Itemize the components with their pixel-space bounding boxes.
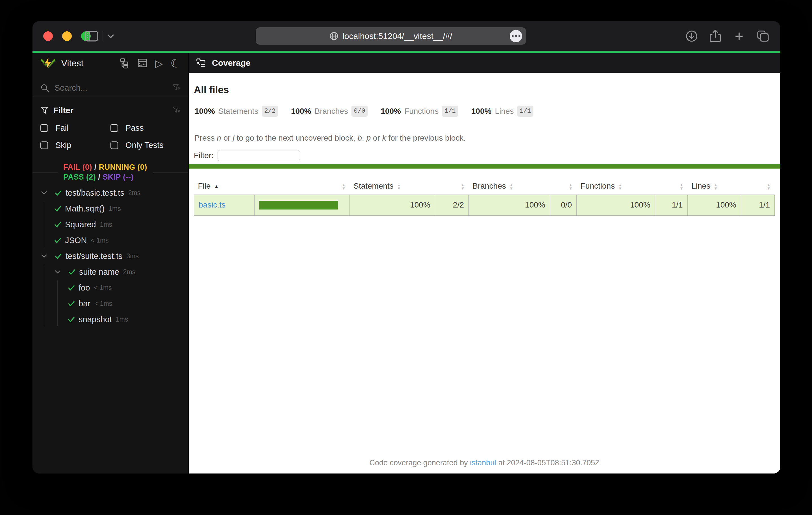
share-icon <box>709 29 722 43</box>
column-header-bar[interactable]: ▲▼ <box>254 179 349 195</box>
fail-count: FAIL (0) <box>63 163 92 171</box>
functions-pct-cell: 100% <box>577 195 655 216</box>
sorter-icon[interactable]: ▲▼ <box>618 183 622 190</box>
column-header-branches-ratio[interactable]: ▲▼ <box>550 179 577 195</box>
column-header-statements-ratio[interactable]: ▲▼ <box>435 179 468 195</box>
filter-x-icon <box>172 83 180 92</box>
toolbar-actions: + <box>686 21 770 51</box>
functions-fraction-badge: 1/1 <box>442 105 458 117</box>
tree-item-test[interactable]: Squared 1ms <box>32 217 188 232</box>
keyboard-hint: Press n or j to go to the next uncovered… <box>194 133 780 143</box>
coverage-table: File▲ ▲▼ Statements▲▼ ▲▼ Branches▲▼ ▲▼ F… <box>194 179 775 216</box>
clear-search-filter-button[interactable] <box>172 83 180 93</box>
tab-overview-button[interactable] <box>757 30 770 42</box>
filter-option-only-tests[interactable]: Only Tests <box>111 141 180 150</box>
sorter-icon[interactable]: ▲▼ <box>714 183 718 190</box>
column-header-file[interactable]: File▲ <box>194 179 255 195</box>
istanbul-link[interactable]: istanbul <box>470 458 496 467</box>
sidebar-toggle-button[interactable] <box>85 30 98 43</box>
coverage-summary: 100% Statements 2/2 100% Branches 0/0 10… <box>195 105 780 117</box>
run-all-button[interactable]: ▷ <box>155 58 163 69</box>
sorter-icon[interactable]: ▲▼ <box>569 183 573 190</box>
skip-checkbox[interactable] <box>40 142 48 149</box>
coverage-filter-input[interactable] <box>218 150 300 161</box>
share-button[interactable] <box>709 29 722 43</box>
minimize-window-button[interactable] <box>62 31 72 41</box>
branches-pct-cell: 100% <box>469 195 550 216</box>
column-header-lines[interactable]: Lines▲▼ <box>688 179 741 195</box>
lines-summary: 100% Lines 1/1 <box>471 105 533 117</box>
filter-options: Fail Pass Skip Only Tests <box>40 123 180 150</box>
close-window-button[interactable] <box>43 31 53 41</box>
coverage-table-row: basic.ts 100% 2/2 100% 0/0 100% 1/1 100%… <box>194 195 775 216</box>
coverage-report-icon <box>196 58 206 68</box>
test-duration: 1ms <box>116 316 128 323</box>
pass-checkbox[interactable] <box>111 124 118 132</box>
play-icon: ▷ <box>155 58 163 69</box>
only-tests-checkbox[interactable] <box>111 142 118 149</box>
tree-item-suite[interactable]: suite name 2ms <box>32 264 188 280</box>
coverage-footer: Code coverage generated by istanbul at 2… <box>189 458 780 467</box>
fail-checkbox[interactable] <box>40 124 48 132</box>
column-header-branches[interactable]: Branches▲▼ <box>469 179 550 195</box>
search-bar <box>32 79 188 97</box>
sorter-icon[interactable]: ▲▼ <box>342 183 346 190</box>
coverage-bar-cell <box>254 195 349 216</box>
filter-option-fail[interactable]: Fail <box>40 123 111 133</box>
functions-summary: 100% Functions 1/1 <box>381 105 458 117</box>
statements-pct-cell: 100% <box>349 195 435 216</box>
page-title: Coverage <box>212 58 251 68</box>
column-header-functions-ratio[interactable]: ▲▼ <box>655 179 688 195</box>
clear-filters-button[interactable] <box>172 105 180 115</box>
new-tab-button[interactable]: + <box>733 30 745 42</box>
tabs-icon <box>757 30 770 42</box>
chevron-down-icon[interactable] <box>40 189 48 196</box>
filter-option-pass[interactable]: Pass <box>111 123 180 133</box>
sorter-icon[interactable]: ▲▼ <box>397 183 401 190</box>
coverage-panel: Coverage All files 100% Statements 2/2 1… <box>189 53 780 474</box>
column-header-functions[interactable]: Functions▲▼ <box>577 179 655 195</box>
sorter-icon[interactable]: ▲▼ <box>461 183 465 190</box>
column-header-lines-ratio[interactable]: ▲▼ <box>741 179 775 195</box>
test-duration: < 1ms <box>94 300 112 307</box>
pass-check-icon <box>55 252 62 260</box>
tree-guide-line <box>57 280 58 326</box>
file-link[interactable]: basic.ts <box>199 201 226 209</box>
branches-fraction-badge: 0/0 <box>351 105 368 117</box>
tree-item-test[interactable]: foo < 1ms <box>32 280 188 296</box>
filter-label: Filter: <box>194 151 213 160</box>
downloads-button[interactable] <box>686 30 698 42</box>
tree-item-test[interactable]: snapshot 1ms <box>32 311 188 327</box>
tree-item-test[interactable]: bar < 1ms <box>32 296 188 311</box>
tree-item-file[interactable]: test/basic.test.ts 2ms <box>32 185 188 201</box>
address-bar[interactable]: localhost:51204/__vitest__/#/ <box>256 27 526 44</box>
sorter-icon[interactable]: ▲▼ <box>510 183 513 190</box>
sorter-icon[interactable]: ▲▼ <box>679 183 684 190</box>
page-settings-button[interactable] <box>510 30 522 42</box>
test-duration: 2ms <box>128 189 140 197</box>
sorter-icon[interactable]: ▲▼ <box>767 183 771 190</box>
url-text: localhost:51204/__vitest__/#/ <box>342 31 452 41</box>
filter-option-skip[interactable]: Skip <box>40 141 111 150</box>
tree-guide-line <box>44 265 45 326</box>
tree-item-test[interactable]: Math.sqrt() 1ms <box>32 201 188 217</box>
search-input[interactable] <box>54 83 172 93</box>
search-icon <box>40 84 50 93</box>
tree-view-button[interactable] <box>119 58 130 69</box>
tree-item-file[interactable]: test/suite.test.ts 3ms <box>32 248 188 264</box>
branches-summary: 100% Branches 0/0 <box>291 105 368 117</box>
dashboard-button[interactable] <box>137 58 147 69</box>
theme-toggle-button[interactable]: ☾ <box>170 58 181 69</box>
chevron-down-icon[interactable] <box>54 268 61 276</box>
skip-count: SKIP (--) <box>103 173 134 181</box>
test-duration: 3ms <box>126 252 139 260</box>
coverage-table-header: File▲ ▲▼ Statements▲▼ ▲▼ Branches▲▼ ▲▼ F… <box>194 179 775 195</box>
tree-item-test[interactable]: JSON < 1ms <box>32 232 188 248</box>
sidebar-menu-chevron[interactable] <box>107 33 115 40</box>
coverage-bar <box>259 201 338 210</box>
chevron-down-icon[interactable] <box>40 252 48 260</box>
file-cell: basic.ts <box>194 195 255 216</box>
branches-ratio-cell: 0/0 <box>550 195 577 216</box>
column-header-statements[interactable]: Statements▲▼ <box>349 179 435 195</box>
globe-icon <box>329 32 339 41</box>
